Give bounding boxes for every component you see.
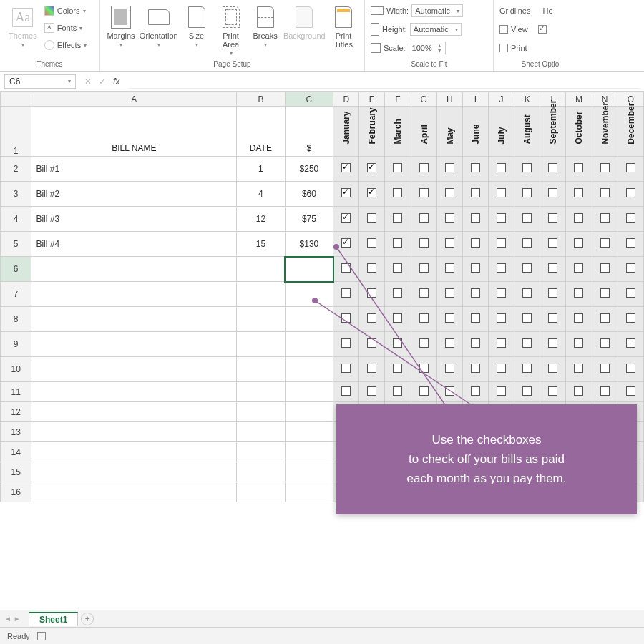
cell-checkbox[interactable] bbox=[436, 257, 462, 282]
checkbox-icon[interactable] bbox=[445, 338, 454, 348]
header-bill-name[interactable]: BILL NAME bbox=[31, 107, 237, 157]
checkbox-icon[interactable] bbox=[445, 163, 454, 172]
cell-checkbox[interactable] bbox=[540, 307, 566, 332]
cell[interactable] bbox=[31, 442, 237, 462]
checkbox-icon[interactable] bbox=[522, 288, 532, 298]
checkbox-icon[interactable] bbox=[626, 364, 635, 373]
checkbox-icon[interactable] bbox=[419, 263, 429, 273]
cell-checkbox[interactable] bbox=[540, 282, 566, 307]
cell[interactable] bbox=[285, 442, 333, 462]
cell[interactable] bbox=[285, 357, 333, 382]
checkbox-icon[interactable] bbox=[471, 163, 480, 172]
cell-checkbox[interactable] bbox=[385, 257, 411, 282]
col-header-B[interactable]: B bbox=[237, 92, 285, 107]
checkbox-icon[interactable] bbox=[626, 288, 635, 298]
cell-checkbox[interactable] bbox=[618, 307, 643, 332]
cell-amount[interactable]: $75 bbox=[285, 207, 333, 232]
cell[interactable] bbox=[285, 422, 333, 442]
cell-checkbox[interactable] bbox=[411, 257, 436, 282]
checkbox-icon[interactable] bbox=[574, 313, 583, 323]
checkbox-icon[interactable] bbox=[419, 364, 429, 373]
cell-checkbox[interactable] bbox=[411, 282, 436, 307]
cell-checkbox[interactable] bbox=[359, 157, 385, 182]
header-month-2[interactable]: March bbox=[385, 107, 411, 157]
checkbox-icon[interactable] bbox=[497, 263, 506, 273]
cell-checkbox[interactable] bbox=[359, 332, 385, 357]
checkbox-icon[interactable] bbox=[471, 338, 480, 348]
cell[interactable] bbox=[31, 282, 237, 307]
checkbox-icon[interactable] bbox=[393, 313, 402, 323]
cell-checkbox[interactable] bbox=[488, 282, 514, 307]
checkbox-icon[interactable] bbox=[574, 338, 583, 348]
cell[interactable] bbox=[31, 482, 237, 502]
checkbox-icon[interactable] bbox=[522, 213, 532, 223]
checkbox-icon[interactable] bbox=[600, 163, 610, 172]
enter-icon[interactable]: ✓ bbox=[99, 77, 106, 87]
cell-checkbox[interactable] bbox=[333, 382, 359, 402]
cell-checkbox[interactable] bbox=[411, 182, 436, 207]
row-header-6[interactable]: 6 bbox=[1, 257, 31, 282]
cell-checkbox[interactable] bbox=[462, 207, 488, 232]
checkbox-icon[interactable] bbox=[626, 213, 635, 223]
checkbox-icon[interactable] bbox=[367, 188, 376, 197]
checkbox-icon[interactable] bbox=[548, 163, 557, 172]
cell[interactable] bbox=[285, 402, 333, 422]
cell-checkbox[interactable] bbox=[385, 357, 411, 382]
cell-checkbox[interactable] bbox=[436, 382, 462, 402]
checkbox-icon[interactable] bbox=[548, 313, 557, 323]
cancel-icon[interactable]: ✕ bbox=[84, 77, 92, 87]
cell-checkbox[interactable] bbox=[540, 382, 566, 402]
cell-checkbox[interactable] bbox=[333, 282, 359, 307]
cell-checkbox[interactable] bbox=[514, 207, 540, 232]
tab-sheet1[interactable]: Sheet1 bbox=[29, 612, 78, 626]
cell-checkbox[interactable] bbox=[618, 257, 643, 282]
checkbox-icon[interactable] bbox=[522, 163, 532, 172]
cell[interactable] bbox=[285, 382, 333, 402]
checkbox-icon[interactable] bbox=[393, 386, 402, 396]
cell-checkbox[interactable] bbox=[514, 382, 540, 402]
checkbox-icon[interactable] bbox=[497, 364, 506, 373]
checkbox-icon[interactable] bbox=[445, 238, 454, 248]
width-select[interactable]: Automatic▾ bbox=[411, 4, 463, 17]
header-amount[interactable]: $ bbox=[285, 107, 333, 157]
checkbox-icon[interactable] bbox=[497, 238, 506, 248]
cell-checkbox[interactable] bbox=[566, 157, 592, 182]
checkbox-icon[interactable] bbox=[445, 288, 454, 298]
cell-checkbox[interactable] bbox=[359, 307, 385, 332]
checkbox-icon[interactable] bbox=[393, 263, 402, 273]
cell-checkbox[interactable] bbox=[540, 332, 566, 357]
checkbox-icon[interactable] bbox=[626, 338, 635, 348]
cell-checkbox[interactable] bbox=[462, 332, 488, 357]
cell-checkbox[interactable] bbox=[618, 357, 643, 382]
cell-checkbox[interactable] bbox=[359, 257, 385, 282]
checkbox-icon[interactable] bbox=[600, 238, 610, 248]
cell-checkbox[interactable] bbox=[385, 157, 411, 182]
checkbox-icon[interactable] bbox=[600, 338, 610, 348]
cell[interactable] bbox=[237, 422, 285, 442]
cell-checkbox[interactable] bbox=[618, 282, 643, 307]
cell-checkbox[interactable] bbox=[359, 232, 385, 257]
checkbox-icon[interactable] bbox=[471, 188, 480, 197]
fx-icon[interactable]: fx bbox=[113, 77, 119, 87]
cell-date[interactable]: 4 bbox=[237, 182, 285, 207]
checkbox-icon[interactable] bbox=[393, 163, 402, 172]
row-header-12[interactable]: 12 bbox=[1, 402, 31, 422]
header-month-3[interactable]: April bbox=[411, 107, 436, 157]
effects-button[interactable]: Effects▾ bbox=[44, 37, 87, 53]
row-header-2[interactable]: 2 bbox=[1, 157, 31, 182]
cell-checkbox[interactable] bbox=[488, 232, 514, 257]
checkbox-icon[interactable] bbox=[574, 213, 583, 223]
row-header-11[interactable]: 11 bbox=[1, 382, 31, 402]
cell-checkbox[interactable] bbox=[514, 307, 540, 332]
checkbox-icon[interactable] bbox=[574, 188, 583, 197]
cell-checkbox[interactable] bbox=[359, 382, 385, 402]
cell[interactable] bbox=[31, 357, 237, 382]
checkbox-icon[interactable] bbox=[419, 313, 429, 323]
cell-checkbox[interactable] bbox=[436, 357, 462, 382]
checkbox-icon[interactable] bbox=[626, 238, 635, 248]
row-header-15[interactable]: 15 bbox=[1, 462, 31, 482]
cell-amount[interactable]: $250 bbox=[285, 157, 333, 182]
cell-checkbox[interactable] bbox=[540, 182, 566, 207]
name-box[interactable]: C6▾ bbox=[4, 74, 76, 89]
background-button[interactable]: Background bbox=[285, 3, 324, 42]
